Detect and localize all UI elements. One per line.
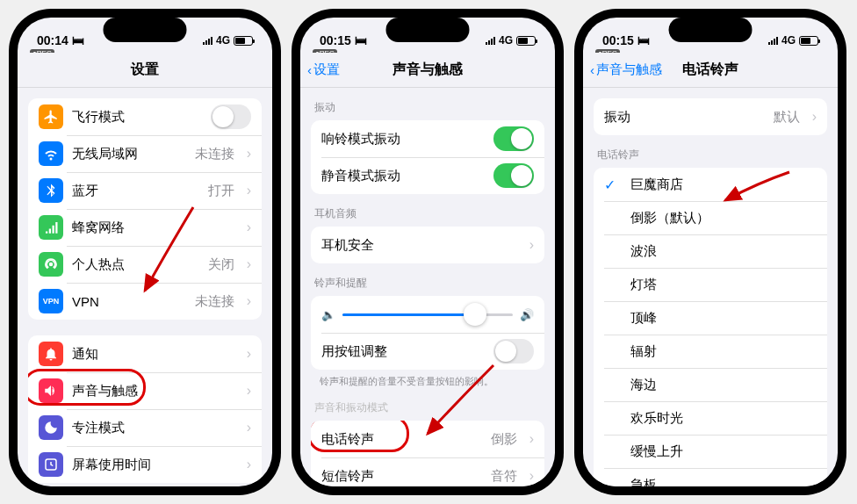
cellular-icon bbox=[39, 215, 63, 240]
clock: 00:15 bbox=[602, 33, 634, 47]
row-label: 蓝牙 bbox=[72, 183, 199, 199]
chevron-right-icon: › bbox=[247, 293, 251, 309]
sound-row[interactable]: 电话铃声倒影› bbox=[311, 421, 544, 457]
settings-list[interactable]: 飞行模式无线局域网未连接›蓝牙打开›蜂窝网络›个人热点关闭›VPNVPN未连接›… bbox=[18, 88, 272, 486]
ringtone-label: 海边 bbox=[630, 377, 817, 393]
row-label: 专注模式 bbox=[72, 420, 234, 436]
row-value: 未连接 bbox=[195, 146, 234, 162]
vibrate-row[interactable]: 静音模式振动 bbox=[311, 157, 544, 194]
ringtone-row[interactable]: ✓波浪 bbox=[594, 234, 827, 268]
cellular-row[interactable]: 蜂窝网络› bbox=[28, 209, 262, 246]
ringtone-row[interactable]: ✓巨魔商店 bbox=[594, 168, 827, 201]
chevron-right-icon: › bbox=[247, 256, 251, 272]
ringtone-row[interactable]: ✓欢乐时光 bbox=[594, 401, 827, 435]
focus-row[interactable]: 专注模式› bbox=[28, 409, 262, 446]
wifi-row[interactable]: 无线局域网未连接› bbox=[28, 135, 262, 172]
chevron-right-icon: › bbox=[247, 383, 251, 399]
airplane-mode-row[interactable]: 飞行模式 bbox=[28, 98, 262, 135]
back-button[interactable]: ‹ 设置 bbox=[307, 61, 340, 78]
vibrate-toggle[interactable] bbox=[493, 163, 534, 188]
chevron-right-icon: › bbox=[247, 346, 251, 362]
dynamic-island bbox=[104, 18, 187, 42]
phone-settings: 00:14 🛏 4G ●REC 设置 飞行模式无线局域网未连接›蓝牙打开›蜂窝网… bbox=[9, 9, 281, 495]
ringtone-row[interactable]: ✓倒影（默认） bbox=[594, 201, 827, 234]
chevron-right-icon: › bbox=[247, 146, 251, 162]
row-label: 静音模式振动 bbox=[321, 168, 485, 184]
vpn-icon: VPN bbox=[39, 289, 63, 313]
hotspot-row[interactable]: 个人热点关闭› bbox=[28, 246, 262, 283]
row-label: 屏幕使用时间 bbox=[72, 457, 234, 473]
signal-icon bbox=[486, 36, 495, 45]
notifications-icon bbox=[39, 342, 63, 366]
section-header-ringtones: 电话铃声 bbox=[583, 135, 838, 168]
battery-icon bbox=[799, 36, 818, 46]
ringtone-row[interactable]: ✓辐射 bbox=[594, 335, 827, 368]
ringtone-row[interactable]: ✓灯塔 bbox=[594, 268, 827, 301]
chevron-right-icon: › bbox=[529, 431, 534, 447]
sounds-row[interactable]: 声音与触感› bbox=[28, 372, 262, 409]
bed-icon: 🛏 bbox=[355, 33, 367, 47]
vibration-row[interactable]: 振动 默认 › bbox=[594, 98, 827, 135]
back-button[interactable]: ‹ 声音与触感 bbox=[590, 61, 662, 78]
chevron-right-icon: › bbox=[529, 237, 534, 253]
bed-icon: 🛏 bbox=[637, 33, 650, 47]
dynamic-island bbox=[386, 18, 470, 42]
screentime-row[interactable]: 屏幕使用时间› bbox=[28, 446, 262, 483]
chevron-right-icon: › bbox=[247, 420, 251, 436]
row-label: 短信铃声 bbox=[321, 468, 482, 485]
change-with-buttons-toggle[interactable] bbox=[493, 339, 534, 364]
vibrate-toggle[interactable] bbox=[493, 126, 534, 151]
section-header-sound-patterns: 声音和振动模式 bbox=[300, 388, 555, 421]
ringtone-row[interactable]: ✓急板 bbox=[594, 468, 827, 486]
connectivity-group: 飞行模式无线局域网未连接›蓝牙打开›蜂窝网络›个人热点关闭›VPNVPN未连接› bbox=[28, 98, 262, 320]
signal-icon bbox=[203, 36, 212, 45]
ringtone-content[interactable]: 振动 默认 › 电话铃声 ✓巨魔商店✓倒影（默认）✓波浪✓灯塔✓顶峰✓辐射✓海边… bbox=[583, 88, 838, 486]
navbar: ‹ 设置 声音与触感 bbox=[300, 53, 555, 88]
vibrate-row[interactable]: 响铃模式振动 bbox=[311, 120, 544, 157]
screentime-icon bbox=[39, 452, 63, 477]
network-label: 4G bbox=[781, 34, 796, 47]
headphone-safety-row[interactable]: 耳机安全 › bbox=[311, 227, 544, 263]
sounds-icon bbox=[39, 378, 63, 403]
row-value: 打开 bbox=[208, 183, 234, 199]
row-label: 电话铃声 bbox=[321, 431, 482, 448]
row-label: 蜂窝网络 bbox=[72, 220, 234, 236]
ringtone-row[interactable]: ✓缓慢上升 bbox=[594, 435, 827, 468]
ringtone-label: 顶峰 bbox=[630, 310, 817, 327]
row-label: 响铃模式振动 bbox=[321, 131, 485, 148]
battery-icon bbox=[516, 36, 536, 46]
chevron-right-icon: › bbox=[247, 220, 251, 235]
row-label: 声音与触感 bbox=[72, 383, 234, 400]
bluetooth-icon bbox=[39, 178, 63, 203]
sounds-content[interactable]: 振动 响铃模式振动静音模式振动 耳机音频 耳机安全 › 铃声和提醒 🔈 🔊 bbox=[300, 88, 555, 486]
row-value: 关闭 bbox=[208, 256, 234, 273]
ringtone-row[interactable]: ✓海边 bbox=[594, 368, 827, 401]
network-label: 4G bbox=[216, 34, 230, 47]
volume-slider-row[interactable]: 🔈 🔊 bbox=[311, 296, 544, 333]
ringtone-label: 巨魔商店 bbox=[630, 176, 817, 193]
airplane-mode-toggle[interactable] bbox=[211, 104, 251, 129]
dynamic-island bbox=[669, 18, 753, 42]
section-header-vibrate: 振动 bbox=[300, 88, 555, 120]
ringtone-label: 波浪 bbox=[630, 243, 817, 260]
page-title: 声音与触感 bbox=[392, 61, 463, 79]
page-title: 设置 bbox=[131, 61, 159, 79]
chevron-right-icon: › bbox=[529, 468, 534, 484]
notifications-row[interactable]: 通知› bbox=[28, 335, 262, 372]
change-with-buttons-row[interactable]: 用按钮调整 bbox=[311, 333, 544, 370]
hotspot-icon bbox=[39, 252, 63, 277]
sound-row[interactable]: 短信铃声音符› bbox=[311, 457, 544, 486]
ringtone-row[interactable]: ✓顶峰 bbox=[594, 301, 827, 335]
chevron-right-icon: › bbox=[247, 457, 251, 472]
ringtone-label: 倒影（默认） bbox=[630, 210, 817, 227]
vpn-row[interactable]: VPNVPN未连接› bbox=[28, 283, 262, 320]
navbar: 设置 bbox=[18, 53, 272, 88]
row-value: 倒影 bbox=[491, 431, 517, 448]
clock: 00:14 bbox=[37, 33, 68, 47]
bluetooth-row[interactable]: 蓝牙打开› bbox=[28, 172, 262, 209]
page-title: 电话铃声 bbox=[682, 61, 738, 79]
ringer-footnote: 铃声和提醒的音量不受音量按钮的影响。 bbox=[300, 370, 555, 388]
row-label: 无线局域网 bbox=[72, 146, 186, 162]
volume-slider[interactable] bbox=[342, 313, 513, 316]
check-icon: ✓ bbox=[604, 176, 622, 193]
